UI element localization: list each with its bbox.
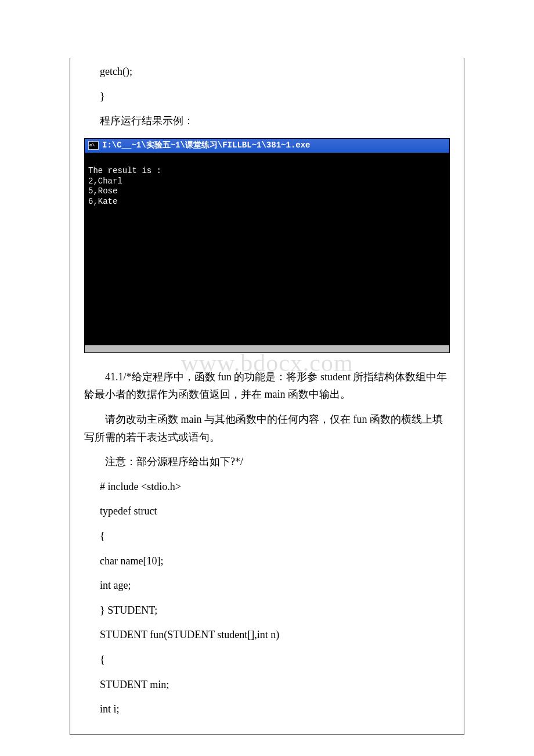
console-scrollbar <box>85 345 449 352</box>
code-student: } STUDENT; <box>84 597 450 622</box>
code-min: STUDENT min; <box>84 671 450 696</box>
page-container: www.bdocx.com getch(); } 程序运行结果示例： c\ I:… <box>0 0 534 756</box>
code-fun: STUDENT fun(STUDENT student[],int n) <box>84 621 450 646</box>
console-titlebar: c\ I:\C__~1\实验五~1\课堂练习\FILLBL~1\381~1.ex… <box>85 139 449 153</box>
code-line-getch: getch(); <box>84 58 450 83</box>
code-open-brace: { <box>84 523 450 548</box>
problem-desc-2: 请勿改动主函数 main 与其他函数中的任何内容，仅在 fun 函数的横线上填写… <box>84 406 450 448</box>
content-cell: getch(); } 程序运行结果示例： c\ I:\C__~1\实验五~1\课… <box>70 58 464 735</box>
console-window: c\ I:\C__~1\实验五~1\课堂练习\FILLBL~1\381~1.ex… <box>84 138 450 353</box>
code-inti: int i; <box>84 696 450 721</box>
console-title: I:\C__~1\实验五~1\课堂练习\FILLBL~1\381~1.exe <box>102 139 310 153</box>
cmd-icon: c\ <box>88 141 99 150</box>
code-age: int age; <box>84 572 450 597</box>
console-output: The result is : 2,Charl 5,Rose 6,Kate <box>85 153 449 352</box>
code-include: # include <stdio.h> <box>84 473 450 498</box>
code-name: char name[10]; <box>84 548 450 573</box>
code-typedef: typedef struct <box>84 498 450 523</box>
code-open2: { <box>84 646 450 671</box>
code-line-bracket: } <box>84 83 450 108</box>
problem-desc-1: 41.1/*给定程序中，函数 fun 的功能是：将形参 student 所指结构… <box>84 363 450 406</box>
result-label: 程序运行结果示例： <box>84 107 450 132</box>
problem-desc-3: 注意：部分源程序给出如下?*/ <box>84 448 450 473</box>
